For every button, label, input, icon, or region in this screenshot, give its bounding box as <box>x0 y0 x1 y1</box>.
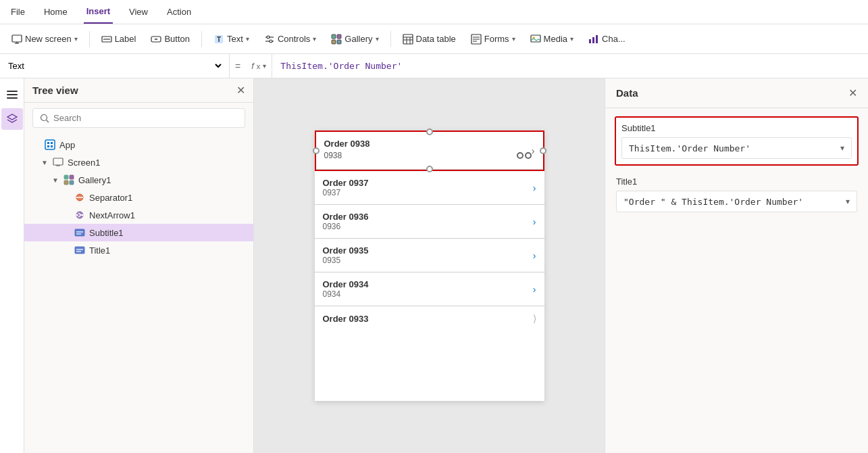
svg-rect-28 <box>589 39 591 43</box>
hamburger-menu-button[interactable] <box>1 84 23 105</box>
title1-dropdown-arrow: ▾ <box>846 197 850 206</box>
media-button[interactable]: Media ▾ <box>524 30 580 48</box>
subtitle1-field-select[interactable]: ThisItem.'Order Number' ▾ <box>621 137 852 159</box>
gallery-item-0937[interactable]: Order 0937 0937 › <box>315 171 544 205</box>
charts-icon <box>588 34 599 45</box>
monitor-icon <box>11 34 22 45</box>
svg-rect-29 <box>592 37 594 43</box>
canvas-frame: Order 0938 0938 <box>315 130 544 401</box>
gallery-item-0935-content: Order 0935 0935 <box>323 245 533 265</box>
tree-item-nextarrow1-label: NextArrow1 <box>89 210 135 220</box>
gallery-item-0935[interactable]: Order 0935 0935 › <box>315 239 544 272</box>
fx-dropdown[interactable]: ▾ <box>263 62 266 70</box>
gallery-item-0936[interactable]: Order 0936 0936 › <box>315 205 544 239</box>
data-table-label: Data table <box>416 34 456 44</box>
charts-button[interactable]: Cha... <box>582 30 632 48</box>
data-table-button[interactable]: Data table <box>397 30 462 48</box>
gallery-icon <box>331 34 342 45</box>
tree-title: Tree view <box>32 85 78 96</box>
svg-point-48 <box>76 214 78 216</box>
subtitle1-field-value: ThisItem.'Order Number' <box>629 143 750 153</box>
subtitle1-field-group: Subtitle1 ThisItem.'Order Number' ▾ <box>615 116 859 166</box>
svg-rect-42 <box>70 175 74 179</box>
gallery-item-selected[interactable]: Order 0938 0938 <box>315 130 544 171</box>
menu-action[interactable]: Action <box>164 0 194 24</box>
formula-property-area: Text <box>0 54 230 78</box>
tree-close-button[interactable]: ✕ <box>236 84 245 97</box>
text-handle-left <box>517 152 524 159</box>
gallery-button[interactable]: Gallery ▾ <box>325 30 384 48</box>
tree-item-screen1-label: Screen1 <box>68 158 100 168</box>
data-panel-close-button[interactable]: ✕ <box>848 87 857 99</box>
formula-input[interactable] <box>272 61 868 71</box>
gallery-item-0934-subtitle: 0934 <box>323 289 533 299</box>
svg-point-10 <box>267 36 270 39</box>
text-button[interactable]: T Text ▾ <box>207 30 255 48</box>
button-button[interactable]: Button <box>145 30 196 48</box>
menu-view[interactable]: View <box>126 0 151 24</box>
gallery-item-0934[interactable]: Order 0934 0934 › <box>315 272 544 306</box>
tree-item-separator1[interactable]: Separator1 <box>24 189 253 206</box>
gallery-tree-icon <box>63 174 74 185</box>
tree-header: Tree view ✕ <box>24 78 253 103</box>
layers-button[interactable] <box>1 108 23 130</box>
svg-rect-53 <box>75 247 84 254</box>
fx-x: x <box>257 62 261 70</box>
svg-rect-13 <box>332 34 336 39</box>
expand-screen1[interactable]: ▼ <box>41 158 49 166</box>
gallery-container: Order 0938 0938 <box>315 130 544 331</box>
tree-item-subtitle1[interactable]: Subtitle1 <box>24 224 253 241</box>
forms-dropdown-arrow: ▾ <box>512 35 515 43</box>
tree-items: App ▼ Screen1 ▼ <box>24 133 253 453</box>
gallery-item-0936-subtitle: 0936 <box>323 222 533 231</box>
svg-line-32 <box>47 120 49 122</box>
tree-item-gallery1-label: Gallery1 <box>78 175 111 185</box>
separator-icon <box>74 192 85 203</box>
svg-point-12 <box>270 40 272 43</box>
tree-item-nextarrow1[interactable]: NextArrow1 <box>24 206 253 224</box>
menu-home[interactable]: Home <box>41 0 70 24</box>
gallery-arrow-0933: ⟩ <box>533 313 536 324</box>
svg-point-49 <box>82 214 84 216</box>
label-button[interactable]: Label <box>95 30 143 48</box>
toolbar-divider-1 <box>89 31 90 47</box>
title1-field-label: Title1 <box>616 176 857 187</box>
svg-rect-38 <box>53 158 63 165</box>
svg-rect-36 <box>47 145 49 147</box>
tree-panel: Tree view ✕ App <box>24 78 254 453</box>
tree-search-input[interactable] <box>53 113 238 123</box>
search-icon <box>40 114 49 123</box>
property-select[interactable]: Text <box>5 60 224 72</box>
svg-rect-41 <box>64 175 68 179</box>
expand-gallery1[interactable]: ▼ <box>51 176 59 184</box>
gallery-item-0937-content: Order 0937 0937 <box>323 178 533 197</box>
gallery-item-0935-title: Order 0935 <box>323 245 533 256</box>
tree-item-gallery1[interactable]: ▼ Gallery1 <box>24 171 253 189</box>
controls-label: Controls <box>278 34 310 44</box>
svg-rect-14 <box>337 34 341 39</box>
svg-rect-16 <box>337 40 341 44</box>
forms-label: Forms <box>484 34 509 44</box>
data-section: Subtitle1 ThisItem.'Order Number' ▾ Titl… <box>605 108 868 231</box>
app-icon <box>45 139 55 150</box>
menu-insert[interactable]: Insert <box>84 0 113 24</box>
main-area: Tree view ✕ App <box>0 78 868 453</box>
tree-item-screen1[interactable]: ▼ Screen1 <box>24 153 253 171</box>
gallery-item-0933-content: Order 0933 <box>323 314 533 324</box>
new-screen-button[interactable]: New screen ▾ <box>5 30 84 48</box>
text-label: Text <box>227 34 243 44</box>
controls-icon <box>264 34 275 45</box>
charts-label: Cha... <box>602 34 626 44</box>
formula-bar: Text = f x ▾ <box>0 54 868 78</box>
tree-item-title1[interactable]: Title1 <box>24 241 253 259</box>
gallery-item-0933[interactable]: Order 0933 ⟩ <box>315 306 544 331</box>
forms-button[interactable]: Forms ▾ <box>465 30 521 48</box>
menu-file[interactable]: File <box>8 0 28 24</box>
title1-field-group: Title1 "Order " & ThisItem.'Order Number… <box>616 176 857 212</box>
svg-rect-33 <box>45 140 55 149</box>
title1-field-select[interactable]: "Order " & ThisItem.'Order Number' ▾ <box>616 191 857 212</box>
tree-item-app[interactable]: App <box>24 136 253 153</box>
svg-rect-26 <box>531 35 540 42</box>
controls-button[interactable]: Controls ▾ <box>258 30 322 48</box>
data-panel-title: Data <box>616 87 638 99</box>
